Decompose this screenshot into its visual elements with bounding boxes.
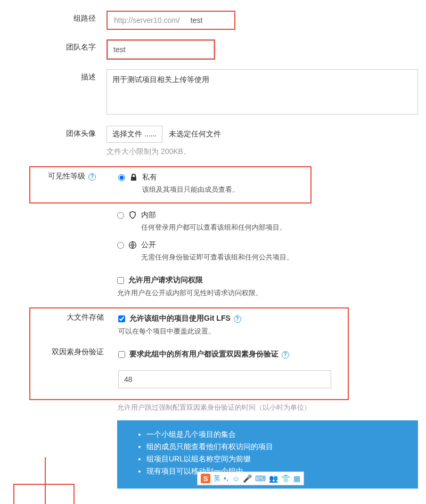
ime-shirt-icon[interactable]: 👕 xyxy=(281,474,290,483)
group-path-highlight: http://server10.com/ xyxy=(106,11,235,30)
help-icon[interactable]: ? xyxy=(282,351,289,359)
group-path-label: 组路径 xyxy=(0,11,106,30)
file-size-hint: 文件大小限制为 200KB。 xyxy=(106,147,418,157)
two-factor-hint: 允许用户跳过强制配置双因素身份验证的时间（以小时为单位） xyxy=(106,403,426,412)
sogou-icon: S xyxy=(201,474,210,483)
visibility-label: 可见性等级 xyxy=(48,172,85,180)
private-desc: 该组及其项目只能由成员查看。 xyxy=(142,185,310,194)
access-request-label: 允许用户请求访问权限 xyxy=(128,275,203,285)
ime-people-icon[interactable]: 👥 xyxy=(269,474,278,483)
url-prefix: http://server10.com/ xyxy=(109,13,185,28)
description-textarea[interactable]: 用于测试项目相关上传等使用 xyxy=(106,69,418,115)
two-factor-label: 双因素身份验证 xyxy=(29,347,104,357)
shield-icon xyxy=(128,211,137,221)
two-factor-checkbox[interactable] xyxy=(118,351,125,358)
team-name-input[interactable] xyxy=(108,40,214,59)
description-label: 描述 xyxy=(0,69,106,116)
help-icon[interactable]: ? xyxy=(88,173,96,181)
ime-toolbar[interactable]: S 英 •، ☺ 🎤 ⌨ 👥 👕 ▦ xyxy=(197,472,304,485)
globe-icon xyxy=(128,241,137,251)
lfs-label: 大文件存储 xyxy=(29,313,104,322)
submit-highlight xyxy=(13,484,75,504)
access-request-checkbox[interactable] xyxy=(117,277,124,284)
info-item-1: 组的成员只能查看他们有权访问的项目 xyxy=(146,442,405,452)
choose-file-button[interactable]: 选择文件 ...... xyxy=(106,126,162,143)
access-request-desc: 允许用户在公开或内部可见性时请求访问权限。 xyxy=(106,288,426,298)
avatar-label: 团体头像 xyxy=(0,126,106,157)
public-title: 公开 xyxy=(141,240,426,250)
team-name-label: 团队名字 xyxy=(0,39,106,60)
info-item-0: 一个小组是几个项目的集合 xyxy=(146,430,405,440)
ime-keyboard-icon[interactable]: ⌨ xyxy=(255,474,266,483)
info-item-2: 组项目URL以组名称空间为前缀 xyxy=(146,454,405,464)
no-file-text: 未选定任何文件 xyxy=(169,129,221,138)
lfs-highlight: 大文件存储 允许该组中的项目使用Git LFS ? 可以在每个项目中覆盖此设置。… xyxy=(29,307,349,400)
lock-icon xyxy=(129,173,138,183)
public-desc: 无需任何身份验证即可查看该组和任何公共项目。 xyxy=(141,253,426,262)
ime-lang[interactable]: 英 xyxy=(214,474,220,483)
group-slug-input[interactable] xyxy=(185,13,233,28)
two-factor-checkbox-label: 要求此组中的所有用户都设置双因素身份验证 xyxy=(129,349,278,358)
lfs-checkbox-label: 允许该组中的项目使用Git LFS xyxy=(129,314,231,322)
internal-title: 内部 xyxy=(141,210,426,220)
ime-dot-icon[interactable]: •، xyxy=(224,474,229,483)
visibility-private-radio[interactable] xyxy=(118,174,125,181)
private-title: 私有 xyxy=(142,173,310,182)
ime-smile-icon[interactable]: ☺ xyxy=(232,474,240,483)
ime-mic-icon[interactable]: 🎤 xyxy=(243,474,252,483)
ime-grid-icon[interactable]: ▦ xyxy=(293,474,300,483)
visibility-public-radio[interactable] xyxy=(117,242,124,249)
lfs-desc: 可以在每个项目中覆盖此设置。 xyxy=(108,327,348,336)
team-name-highlight xyxy=(106,39,215,60)
help-icon[interactable]: ? xyxy=(234,315,241,323)
visibility-internal-radio[interactable] xyxy=(117,212,124,219)
lfs-checkbox[interactable] xyxy=(118,315,125,322)
two-factor-hours-input[interactable] xyxy=(118,370,331,388)
internal-desc: 任何登录用户都可以查看该组和任何内部项目。 xyxy=(141,223,426,232)
